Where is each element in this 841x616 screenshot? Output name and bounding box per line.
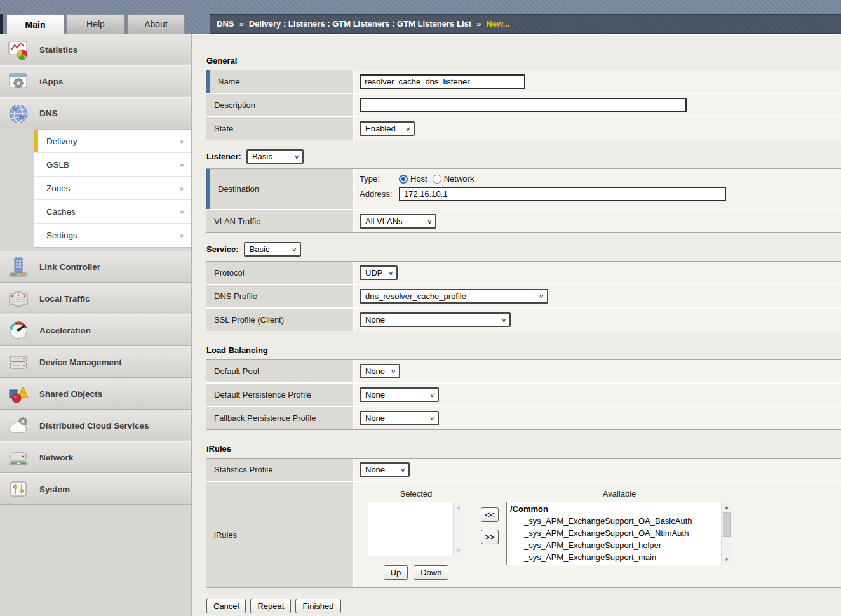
sidebar-item-gslb[interactable]: GSLB ▸ <box>34 153 191 177</box>
sidebar-item-acceleration[interactable]: Acceleration <box>0 314 191 346</box>
vlan-traffic-row: VLAN Traffic All VLANs∨ <box>206 210 841 232</box>
chevron-down-icon: ∨ <box>429 392 435 398</box>
sidebar-item-distributed-cloud-services[interactable]: Distributed Cloud Services <box>0 410 191 441</box>
local-traffic-icon <box>7 287 30 310</box>
available-group-item[interactable]: /Common <box>510 503 719 515</box>
system-icon <box>7 478 30 500</box>
listener-table: Destination Type: Host Network Address: … <box>206 168 841 233</box>
ssl-profile-select[interactable]: None∨ <box>360 312 511 327</box>
breadcrumb-root[interactable]: DNS <box>217 19 234 29</box>
description-label: Description <box>206 94 354 116</box>
list-item[interactable]: _sys_APM_ExchangeSupport_OA_NtlmAuth <box>510 527 719 539</box>
statistics-profile-select[interactable]: None∨ <box>360 462 410 477</box>
statistics-profile-label: Statistics Profile <box>206 459 354 481</box>
chevron-right-icon: ▸ <box>180 137 184 145</box>
sidebar-item-iapps[interactable]: iApps <box>0 65 191 97</box>
submenu-label: Zones <box>46 184 71 193</box>
vlan-traffic-select[interactable]: All VLANs∨ <box>360 214 436 229</box>
sidebar-item-label: iApps <box>39 77 64 86</box>
sidebar-item-settings[interactable]: Settings ▸ <box>34 224 191 247</box>
chevron-right-icon: ▸ <box>180 161 184 169</box>
irules-selected-listbox[interactable]: ▲ ▼ <box>368 502 464 556</box>
list-item[interactable]: _sys_APM_ExchangeSupport_OA_BasicAuth <box>510 515 719 527</box>
sidebar-item-network[interactable]: Network <box>0 441 191 473</box>
address-input[interactable] <box>399 187 726 201</box>
scroll-down-icon[interactable]: ▼ <box>454 546 464 556</box>
service-section-label: Service: <box>206 244 239 254</box>
service-mode-select[interactable]: Basic∨ <box>244 242 301 257</box>
scroll-up-icon[interactable]: ▲ <box>722 502 732 512</box>
breadcrumb-separator-icon: » <box>476 19 481 29</box>
section-title-general: General <box>206 56 841 65</box>
shared-objects-icon <box>7 382 30 405</box>
scrollbar[interactable]: ▲ ▼ <box>721 502 732 565</box>
scroll-down-icon[interactable]: ▼ <box>722 555 732 565</box>
type-network-label[interactable]: Network <box>444 174 474 184</box>
listener-mode-select[interactable]: Basic∨ <box>246 149 304 164</box>
chevron-down-icon: ∨ <box>292 246 297 253</box>
move-left-button[interactable]: << <box>481 507 499 522</box>
general-table: Name Description State Enabled∨ <box>206 70 841 140</box>
default-pool-label: Default Pool <box>206 360 354 382</box>
scrollbar[interactable]: ▲ ▼ <box>453 502 464 556</box>
move-right-button[interactable]: >> <box>481 530 499 544</box>
sidebar-item-shared-objects[interactable]: Shared Objects <box>0 378 191 410</box>
protocol-select[interactable]: UDP∨ <box>360 265 398 280</box>
dns-profile-label: DNS Profile <box>206 285 354 307</box>
chevron-down-icon: ∨ <box>427 218 433 225</box>
list-item[interactable]: _sys_APM_ExchangeSupport_helper <box>510 539 719 551</box>
destination-row: Destination Type: Host Network Address: <box>206 169 841 210</box>
destination-label: Destination <box>206 169 354 209</box>
name-input[interactable] <box>360 74 525 89</box>
sidebar-item-system[interactable]: System <box>0 473 191 505</box>
submenu-label: Settings <box>46 231 77 240</box>
sidebar-item-device-management[interactable]: Device Management <box>0 346 191 378</box>
sidebar-item-link-controller[interactable]: Link Controller <box>0 251 191 283</box>
up-button[interactable]: Up <box>384 565 408 580</box>
tab-main[interactable]: Main <box>6 14 64 34</box>
sidebar-item-statistics[interactable]: Statistics <box>0 34 191 65</box>
sidebar-item-delivery[interactable]: Delivery ▸ <box>34 130 191 153</box>
sidebar-item-dns[interactable]: DNS <box>0 97 191 129</box>
sidebar-item-caches[interactable]: Caches ▸ <box>34 200 191 224</box>
tab-help[interactable]: Help <box>66 14 125 34</box>
breadcrumb: DNS » Delivery : Listeners : GTM Listene… <box>210 14 841 34</box>
section-title-load-balancing: Load Balancing <box>206 345 841 355</box>
address-label: Address: <box>360 189 399 199</box>
scroll-up-icon[interactable]: ▲ <box>454 502 464 512</box>
description-input[interactable] <box>360 98 687 112</box>
default-persistence-select[interactable]: None∨ <box>360 387 439 402</box>
irules-label: iRules <box>206 482 354 587</box>
scrollbar-thumb[interactable] <box>723 512 731 537</box>
sidebar-item-zones[interactable]: Zones ▸ <box>34 177 191 200</box>
type-host-radio[interactable] <box>399 175 408 184</box>
fallback-persistence-select[interactable]: None∨ <box>360 411 439 425</box>
state-row: State Enabled∨ <box>206 117 841 140</box>
chevron-down-icon: ∨ <box>405 126 411 132</box>
type-network-radio[interactable] <box>433 175 441 184</box>
default-pool-select[interactable]: None∨ <box>360 364 400 378</box>
down-button[interactable]: Down <box>414 565 448 580</box>
chevron-down-icon: ∨ <box>400 467 406 473</box>
ssl-profile-row: SSL Profile (Client) None∨ <box>206 309 841 331</box>
finished-button[interactable]: Finished <box>295 599 340 613</box>
breadcrumb-path[interactable]: Delivery : Listeners : GTM Listeners : G… <box>249 19 471 29</box>
sidebar-item-local-traffic[interactable]: Local Traffic <box>0 283 191 314</box>
list-item[interactable]: _sys_APM_ExchangeSupport_main <box>510 551 719 563</box>
breadcrumb-separator-icon: » <box>239 19 243 29</box>
irules-available-listbox[interactable]: /Common _sys_APM_ExchangeSupport_OA_Basi… <box>506 502 732 565</box>
chevron-down-icon: ∨ <box>429 415 435 422</box>
submenu-label: Caches <box>46 207 76 217</box>
dns-profile-select[interactable]: dns_resolver_cache_profile∨ <box>360 289 548 304</box>
sidebar-item-label: Acceleration <box>39 326 91 335</box>
repeat-button[interactable]: Repeat <box>250 599 291 613</box>
cancel-button[interactable]: Cancel <box>206 599 246 613</box>
tab-about[interactable]: About <box>127 14 185 34</box>
sidebar-item-label: Link Controller <box>39 262 100 272</box>
state-select[interactable]: Enabled∨ <box>360 121 415 136</box>
chevron-right-icon: ▸ <box>180 208 184 216</box>
load-balancing-table: Default Pool None∨ Default Persistence P… <box>206 359 841 430</box>
available-list-header: Available <box>603 489 636 499</box>
statistics-profile-row: Statistics Profile None∨ <box>206 459 841 482</box>
type-host-label[interactable]: Host <box>410 174 427 184</box>
